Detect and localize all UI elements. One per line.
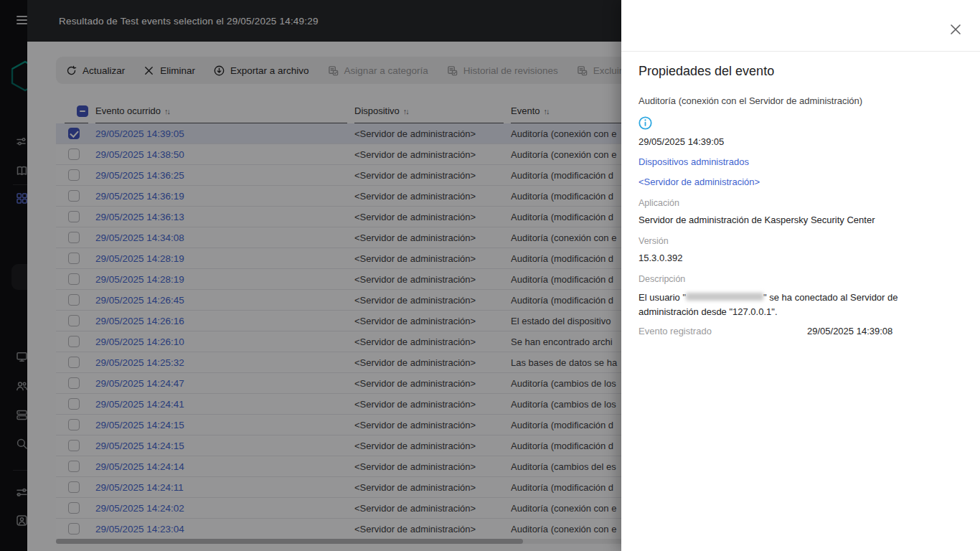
field-value-version: 15.3.0.392	[639, 253, 963, 264]
redacted-username	[686, 293, 763, 301]
event-properties-panel: Propiedades del evento Auditoría (conexi…	[621, 0, 980, 551]
admin-server-link[interactable]: <Servidor de administración>	[639, 176, 760, 188]
info-icon	[639, 116, 652, 130]
field-value-application: Servidor de administración de Kaspersky …	[639, 215, 963, 226]
panel-body: Propiedades del evento Auditoría (conexi…	[621, 52, 980, 336]
event-type: Auditoría (conexión con el Servidor de a…	[639, 95, 963, 106]
panel-title: Propiedades del evento	[639, 64, 963, 79]
modal-dim-overlay[interactable]	[0, 0, 621, 551]
field-label-application: Aplicación	[639, 198, 963, 209]
registered-label: Evento registrado	[639, 326, 801, 336]
field-label-version: Versión	[639, 236, 963, 247]
close-icon[interactable]	[948, 22, 963, 37]
field-label-description: Descripción	[639, 274, 963, 285]
managed-devices-link[interactable]: Dispositivos administrados	[639, 156, 749, 168]
event-occurred-time: 29/05/2025 14:39:05	[639, 136, 963, 148]
event-description: El usuario "" se ha conectado al Servido…	[639, 291, 920, 319]
event-registered-row: Evento registrado 29/05/2025 14:39:08	[639, 326, 963, 336]
registered-value: 29/05/2025 14:39:08	[801, 326, 892, 336]
panel-header	[621, 0, 980, 52]
